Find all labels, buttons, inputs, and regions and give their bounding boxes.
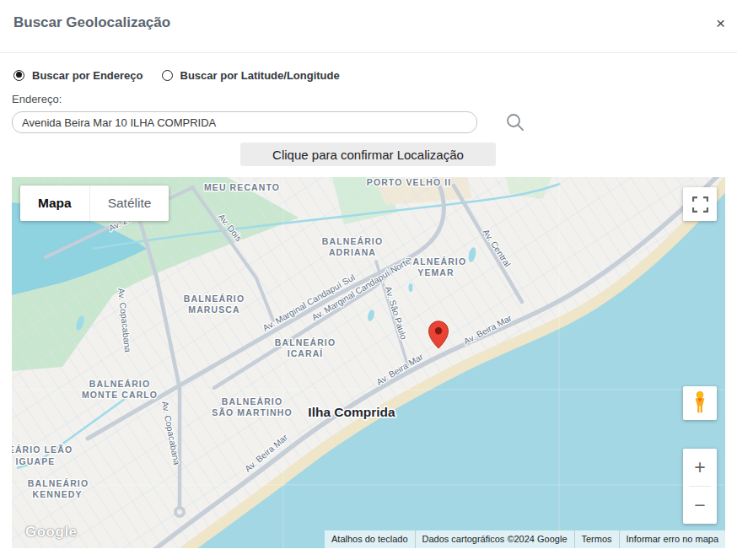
zoom-control: + −: [683, 449, 717, 524]
map-label: BALNEÁRIO: [275, 337, 336, 347]
pegman-icon: [691, 390, 708, 416]
radio-search-by-latlng-label[interactable]: Buscar por Latitude/Longitude: [180, 69, 340, 82]
map-label: BALNEÁRIO: [406, 256, 466, 267]
zoom-in-button[interactable]: +: [683, 449, 717, 486]
google-logo[interactable]: Google: [25, 524, 78, 541]
radio-search-by-address-label[interactable]: Buscar por Endereço: [32, 69, 143, 82]
terms-link[interactable]: Termos: [574, 530, 619, 548]
map-label: IGUAPE: [16, 456, 56, 466]
address-input[interactable]: [12, 111, 477, 133]
fullscreen-icon: [692, 197, 708, 213]
search-mode-radio-group: Buscar por Endereço Buscar por Latitude/…: [13, 69, 340, 82]
map-label: MEU RECANTO: [204, 182, 280, 192]
map-label: BALNEÁRIO: [222, 396, 282, 407]
map-label: BALNEÁRIO: [28, 478, 89, 488]
map-label: KENNEDY: [32, 489, 82, 499]
close-icon[interactable]: ×: [716, 15, 725, 31]
map-data-attribution[interactable]: Dados cartográficos ©2024 Google: [415, 530, 574, 548]
confirm-location-button[interactable]: Clique para confirmar Localização: [240, 143, 496, 166]
map-label: YEMAR: [417, 267, 454, 277]
map-attribution-bar: Atalhos do teclado Dados cartográficos ©…: [325, 530, 725, 548]
map-label: BALNEÁRIO: [184, 293, 245, 304]
map-label: MARUSCA: [188, 304, 239, 315]
radio-search-by-address[interactable]: [13, 70, 24, 81]
keyboard-shortcuts-link[interactable]: Atalhos do teclado: [325, 530, 415, 548]
map-type-satellite-button[interactable]: Satélite: [89, 186, 169, 221]
pond: [409, 283, 413, 292]
street-view-pegman-button[interactable]: [683, 386, 717, 420]
map-canvas[interactable]: MEU RECANTO PORTO VELHO II BALNEÁRIO ADR…: [12, 177, 725, 548]
map-type-map-button[interactable]: Mapa: [20, 186, 89, 221]
radio-search-by-latlng[interactable]: [162, 70, 173, 81]
header-divider: [0, 52, 737, 53]
map-label: MONTE CARLO: [82, 390, 158, 400]
map-label: BALNEÁRIO: [322, 236, 383, 246]
zoom-out-button[interactable]: −: [683, 487, 717, 524]
fullscreen-button[interactable]: [683, 187, 717, 221]
address-field-label: Endereço:: [12, 93, 62, 105]
map-label-city: Ilha Comprida: [308, 405, 395, 419]
page-title: Buscar Geolocalização: [13, 14, 170, 31]
map-label: ADRIANA: [329, 247, 376, 257]
map-label: SÃO MARTINHO: [212, 407, 292, 417]
map-label: PORTO VELHO II: [367, 177, 451, 187]
map-label: ICARAÍ: [288, 348, 324, 358]
map-container: MEU RECANTO PORTO VELHO II BALNEÁRIO ADR…: [12, 177, 725, 548]
map-label: EÁRIO LEÃO: [12, 444, 73, 455]
map-label: BALNEÁRIO: [89, 379, 150, 389]
map-type-control: Mapa Satélite: [20, 186, 169, 221]
search-icon: [505, 112, 525, 132]
report-map-error-link[interactable]: Informar erro no mapa: [619, 530, 725, 548]
search-button[interactable]: [504, 112, 526, 134]
